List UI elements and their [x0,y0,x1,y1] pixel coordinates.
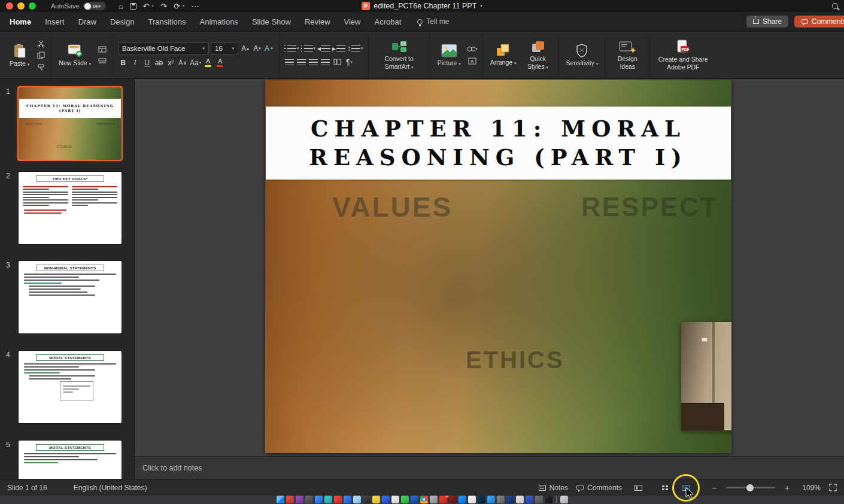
dock-icon-trash[interactable] [560,496,568,503]
dock-icon-app-05[interactable] [315,496,323,503]
increase-font-size-button[interactable]: A▴ [240,43,250,54]
slide-thumbnail-4[interactable]: MORAL STATEMENTS [19,351,122,423]
chevron-down-icon[interactable]: ▾ [480,4,482,8]
bold-button[interactable]: B [118,57,128,68]
dock-icon-app-21[interactable] [468,496,476,503]
slide-thumbnail-3[interactable]: NON-MORAL STATEMENTS [19,261,122,333]
increase-indent-button[interactable]: ▸ [332,43,345,54]
slide-thumbnail-5[interactable]: MORAL STATEMENTS [19,441,122,479]
layout-icon[interactable] [97,45,108,54]
dock-icon-app-13[interactable] [391,496,399,503]
design-ideas-button[interactable]: Design Ideas [611,40,644,70]
cut-button[interactable] [35,39,46,48]
superscript-button[interactable]: x² [166,57,176,68]
font-name-select[interactable]: Baskerville Old Face ▾ [118,42,209,54]
slide-thumbnail-2[interactable]: TWO KEY GOALS* [19,172,122,244]
text-direction-button[interactable]: ¶▾ [344,57,354,68]
create-adobe-pdf-button[interactable]: PDF Create and Share Adobe PDF [654,39,712,71]
chevron-down-icon[interactable]: ▾ [183,4,185,8]
paste-button[interactable]: Paste ▾ [7,42,32,68]
change-case-button[interactable]: Aa▾ [190,57,201,68]
zoom-window-button[interactable] [29,2,36,10]
dock-icon-app-04[interactable] [305,496,313,503]
autosave-control[interactable]: AutoSave OFF [51,2,106,10]
tab-review[interactable]: Review [305,17,330,26]
slide-thumbnail-1[interactable]: CHAPTER 11: MORAL REASONING (PART I) VAL… [19,87,122,160]
dock-icon-app-19[interactable] [449,496,457,503]
new-slide-button[interactable]: New Slide ▾ [56,42,93,67]
dock-icon-app-28[interactable] [535,496,543,503]
align-center-button[interactable] [296,57,306,68]
dock-icon-app-22[interactable] [478,496,485,503]
comments-toggle-button[interactable]: Comments [576,484,622,492]
zoom-slider-thumb[interactable] [746,484,754,491]
dock-icon-app-17[interactable] [430,496,438,503]
align-right-button[interactable] [308,57,318,68]
dock-icon-app-20[interactable] [459,496,466,503]
dock-icon-app-14[interactable] [401,496,409,503]
arrange-button[interactable]: Arrange ▾ [488,43,519,66]
dock-icon-app-06[interactable] [324,496,332,503]
dock-icon-app-27[interactable] [526,496,533,503]
italic-button[interactable]: I [130,57,140,68]
copy-button[interactable] [35,51,46,60]
refresh-icon[interactable]: ⟳ [174,2,180,11]
comments-button[interactable]: Comments [794,16,844,28]
dock-icon-finder[interactable] [277,496,284,503]
dock-icon-chrome[interactable] [420,496,428,503]
tab-home[interactable]: Home [10,17,31,26]
bullets-button[interactable]: ▾ [284,43,299,54]
line-spacing-button[interactable]: ↕▾ [347,43,363,54]
zoom-in-button[interactable]: + [784,483,791,493]
presenter-webcam-video[interactable] [681,322,731,430]
dock-icon-app-09[interactable] [353,496,361,503]
normal-view-button[interactable] [630,482,646,494]
notes-pane[interactable]: Click to add notes [135,456,844,479]
font-color-button[interactable]: A [215,57,225,68]
tab-slide-show[interactable]: Slide Show [252,17,291,26]
columns-button[interactable] [332,57,342,68]
dock-icon-app-02[interactable] [286,496,294,503]
share-button[interactable]: Share [746,16,788,28]
section-icon[interactable] [97,57,108,66]
save-icon[interactable] [130,3,136,10]
tab-animations[interactable]: Animations [200,17,238,26]
format-painter-button[interactable] [35,63,46,72]
tab-transitions[interactable]: Transitions [148,17,186,26]
dock-icon-app-15[interactable] [411,496,418,503]
language-indicator[interactable]: English (United States) [74,484,147,492]
strikethrough-button[interactable]: ab [154,57,164,68]
dock-icon-app-26[interactable] [516,496,524,503]
justify-button[interactable] [320,57,330,68]
text-box-icon[interactable]: A [467,57,478,66]
dock-icon-app-12[interactable] [382,496,390,503]
quick-styles-button[interactable]: Quick Styles ▾ [523,40,554,70]
notes-toggle-button[interactable]: Notes [539,484,568,492]
autosave-toggle[interactable]: OFF [83,2,106,10]
dock-icon-app-25[interactable] [506,496,514,503]
picture-button[interactable]: Picture ▾ [435,43,463,67]
zoom-out-button[interactable]: − [711,483,718,493]
search-icon[interactable] [832,3,838,9]
tell-me-button[interactable]: Tell me [417,17,449,26]
underline-button[interactable]: U [142,57,152,68]
slide-sorter-view-button[interactable] [654,482,670,494]
decrease-font-size-button[interactable]: A▾ [252,43,262,54]
minimize-window-button[interactable] [17,2,25,10]
tab-acrobat[interactable]: Acrobat [375,17,402,26]
dock-icon-app-29[interactable] [545,496,552,503]
font-size-select[interactable]: 16 ▾ [211,42,238,54]
convert-to-smartart-button[interactable]: Convert to SmartArt ▾ [374,40,425,70]
redo-icon[interactable]: ↷ [160,2,167,11]
numbering-button[interactable]: ▾ [301,43,316,54]
clear-formatting-button[interactable]: A✦ [264,43,274,54]
slide-title-placeholder[interactable]: CHAPTER 11: MORAL REASONING (PART I) [266,107,731,180]
dock-icon-app-10[interactable] [363,496,371,503]
align-left-button[interactable] [284,57,295,68]
dock-icon-app-11[interactable] [372,496,380,503]
home-icon[interactable]: ⌂ [119,2,123,11]
tab-draw[interactable]: Draw [78,17,96,26]
zoom-level[interactable]: 109% [799,484,821,492]
dock-icon-app-23[interactable] [487,496,495,503]
chevron-down-icon[interactable]: ▾ [151,4,154,8]
